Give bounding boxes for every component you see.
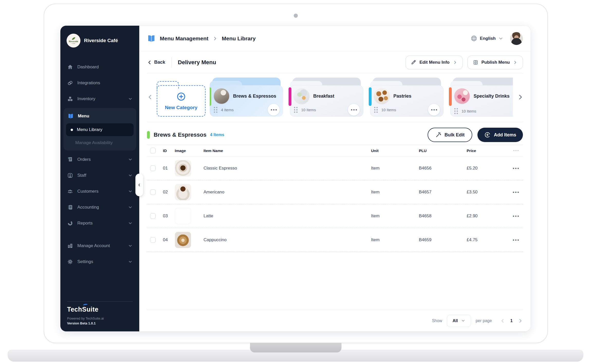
item-plu: B4659	[413, 237, 460, 242]
sidebar-item-menu[interactable]: Menu	[63, 109, 136, 123]
new-category-card[interactable]: New Category	[157, 81, 206, 117]
item-plu: B4657	[413, 190, 460, 195]
row-checkbox[interactable]	[150, 237, 156, 243]
carousel-next-button[interactable]	[517, 94, 524, 100]
people-icon	[67, 188, 73, 194]
item-price: £2.90	[460, 213, 509, 219]
category-count: 10 Items	[381, 108, 396, 112]
sidebar-item-dashboard[interactable]: Dashboard	[60, 59, 139, 75]
sidebar-item-accounting[interactable]: Accounting	[60, 199, 139, 215]
section-header: Brews & Espressos 4 Items Bulk Edit	[147, 125, 523, 145]
sidebar-collapse-handle[interactable]	[135, 174, 143, 196]
publish-menu-button[interactable]: Publish Menu	[467, 55, 523, 69]
top-bar: Menu Management Menu Library English	[139, 26, 531, 51]
row-checkbox[interactable]	[150, 165, 156, 171]
drag-handle-icon[interactable]	[374, 107, 378, 113]
item-name: Cappuccino	[203, 237, 365, 242]
category-menu-button[interactable]	[428, 104, 440, 116]
language-selector[interactable]: English	[470, 35, 503, 42]
gear-icon	[67, 259, 73, 265]
ledger-icon	[67, 204, 73, 210]
app-window: Riverside - Café - Riverside Café Dashbo…	[60, 26, 531, 331]
section-title: Brews & Espressos	[154, 132, 206, 138]
open-book-icon	[147, 34, 156, 43]
per-page-label: per page	[476, 319, 492, 323]
boxes-icon	[67, 96, 73, 102]
drag-handle-icon[interactable]	[454, 108, 458, 114]
sidebar-item-menu-library[interactable]: Menu Library	[66, 123, 134, 136]
item-unit: Item	[365, 237, 413, 242]
sidebar-item-orders[interactable]: Orders	[60, 152, 139, 167]
category-menu-button[interactable]	[348, 104, 360, 116]
row-menu-button[interactable]	[513, 216, 519, 217]
page-size-select[interactable]: All	[447, 315, 471, 327]
item-plu: B4656	[413, 166, 460, 171]
row-menu-button[interactable]	[513, 168, 519, 169]
table-row: 03 Latte Item B4658 £2.90	[147, 204, 523, 228]
category-carousel: New Category Brews & Espressos	[147, 73, 523, 122]
sidebar-item-manage-account[interactable]: Manage Account	[60, 238, 139, 254]
chevron-down-icon	[128, 97, 133, 101]
brand: Riverside - Café - Riverside Café	[60, 33, 139, 48]
sidebar-item-customers[interactable]: Customers	[60, 183, 139, 199]
col-id: ID	[159, 148, 173, 153]
breadcrumb-parent[interactable]: Menu Management	[160, 35, 208, 42]
sidebar-item-staff[interactable]: Staff	[60, 167, 139, 183]
category-menu-button[interactable]	[268, 104, 280, 116]
row-menu-button[interactable]	[513, 239, 519, 241]
item-name: Latte	[203, 213, 365, 219]
category-card-specialty-drinks[interactable]: Specialty Drinks 10 Items	[450, 78, 513, 117]
chevron-down-icon	[128, 221, 133, 226]
item-image	[175, 160, 191, 176]
col-unit: Unit	[365, 148, 413, 153]
item-image	[175, 232, 191, 248]
carousel-prev-button[interactable]	[147, 94, 153, 100]
chevron-right-icon	[513, 60, 518, 65]
sidebar-item-settings[interactable]: Settings	[60, 254, 139, 270]
prev-page-button[interactable]	[500, 318, 505, 323]
category-card-breakfast[interactable]: Breakfast 10 Items	[290, 78, 363, 117]
chevron-down-icon	[461, 319, 465, 323]
active-bullet-icon	[71, 129, 73, 131]
edit-menu-info-button[interactable]: Edit Menu Info	[405, 55, 463, 69]
plus-circle-icon	[176, 91, 186, 102]
item-name: Americano	[203, 190, 365, 195]
drag-handle-icon[interactable]	[214, 107, 217, 113]
row-checkbox[interactable]	[150, 189, 156, 195]
next-page-button[interactable]	[518, 318, 523, 323]
sidebar-item-reports[interactable]: Reports	[60, 215, 139, 231]
chevron-down-icon	[498, 36, 503, 41]
table-row: 04 Cappuccino Item B4659 £4.75	[147, 228, 523, 252]
select-all-checkbox[interactable]	[150, 148, 156, 153]
vertical-divider	[171, 57, 172, 68]
sidebar-item-inventory[interactable]: Inventory	[60, 91, 139, 107]
item-unit: Item	[365, 166, 413, 171]
row-checkbox[interactable]	[150, 213, 156, 219]
drag-handle-icon[interactable]	[294, 107, 298, 113]
sidebar-item-integrations[interactable]: Integrations	[60, 75, 139, 91]
category-card-pastries[interactable]: Pastries 10 Items	[370, 78, 444, 117]
category-name: Brews & Espressos	[233, 94, 276, 99]
category-count: 4 Items	[221, 108, 234, 112]
riverside-cafe-logo: Riverside - Café -	[67, 34, 80, 48]
add-items-button[interactable]: Add Items	[477, 128, 523, 142]
magic-wand-icon	[435, 132, 441, 138]
category-card-brews-espressos[interactable]: Brews & Espressos 4 Items	[210, 78, 283, 117]
chevron-down-icon	[128, 157, 133, 162]
chevron-right-icon	[213, 36, 218, 41]
chevron-down-icon	[128, 189, 133, 194]
columns-menu-button[interactable]	[513, 150, 519, 151]
user-avatar[interactable]	[510, 32, 523, 45]
col-image: Image	[173, 148, 203, 153]
bulk-edit-button[interactable]: Bulk Edit	[428, 128, 472, 142]
chevron-right-icon	[518, 318, 523, 323]
sidebar-item-manage-availability[interactable]: Manage Availability	[63, 137, 136, 149]
back-button[interactable]: Back	[147, 60, 165, 65]
category-name: Breakfast	[313, 94, 334, 99]
row-menu-button[interactable]	[513, 192, 519, 193]
person-card-icon	[67, 172, 73, 179]
chevron-down-icon	[128, 244, 133, 248]
chevron-left-icon	[147, 60, 152, 65]
table-row: 01 Classic Espresso Item B4656 £5.20	[147, 156, 523, 180]
menu-title: Delivery Menu	[178, 59, 216, 66]
